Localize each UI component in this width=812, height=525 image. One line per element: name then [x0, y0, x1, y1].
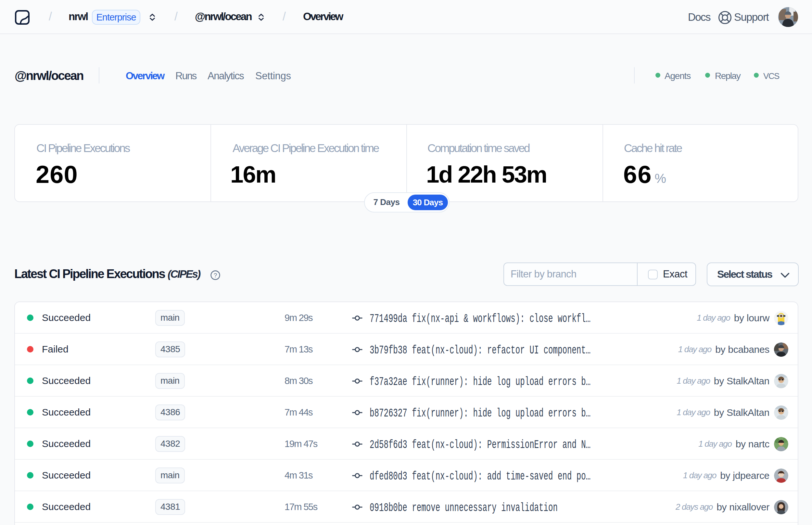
svg-text:?: ? [214, 272, 217, 279]
